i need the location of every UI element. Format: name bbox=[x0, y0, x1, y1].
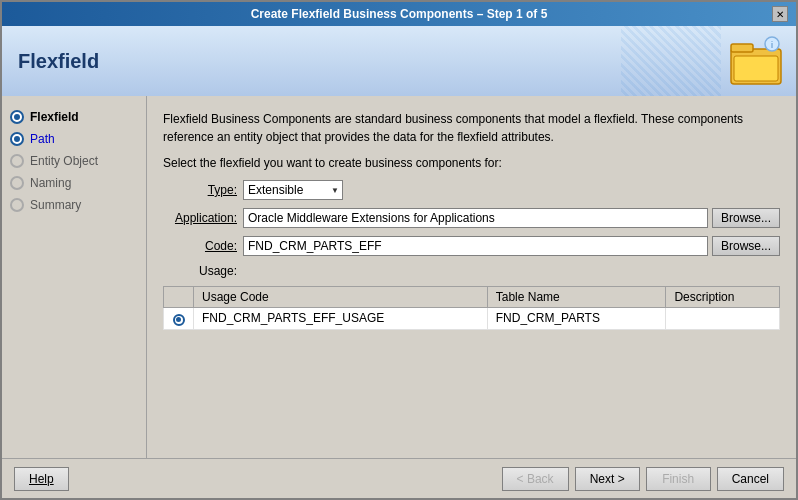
close-button[interactable]: ✕ bbox=[772, 6, 788, 22]
application-control-group: Browse... bbox=[243, 208, 780, 228]
table-cell-description bbox=[666, 308, 780, 330]
application-row: Application: Browse... bbox=[163, 208, 780, 228]
next-button[interactable]: Next > bbox=[575, 467, 640, 491]
svg-text:i: i bbox=[771, 40, 773, 50]
sidebar-item-entity-object: Entity Object bbox=[2, 150, 146, 172]
sidebar-item-summary: Summary bbox=[2, 194, 146, 216]
table-header-usage-code: Usage Code bbox=[194, 287, 488, 308]
footer: Help < Back Next > Finish Cancel bbox=[2, 458, 796, 498]
sidebar-item-naming: Naming bbox=[2, 172, 146, 194]
code-row: Code: Browse... bbox=[163, 236, 780, 256]
table-cell-table-name: FND_CRM_PARTS bbox=[487, 308, 666, 330]
sidebar-label-entity-object: Entity Object bbox=[30, 154, 98, 168]
sidebar-item-flexfield[interactable]: Flexfield bbox=[2, 106, 146, 128]
sidebar-label-naming: Naming bbox=[30, 176, 71, 190]
table-cell-usage-code: FND_CRM_PARTS_EFF_USAGE bbox=[194, 308, 488, 330]
sidebar-item-path[interactable]: Path bbox=[2, 128, 146, 150]
table-header-radio bbox=[164, 287, 194, 308]
code-input[interactable] bbox=[243, 236, 708, 256]
cancel-button[interactable]: Cancel bbox=[717, 467, 784, 491]
code-control-group: Browse... bbox=[243, 236, 780, 256]
sidebar-indicator-naming bbox=[10, 176, 24, 190]
back-button[interactable]: < Back bbox=[502, 467, 569, 491]
application-browse-button[interactable]: Browse... bbox=[712, 208, 780, 228]
sidebar: Flexfield Path Entity Object Naming Summ… bbox=[2, 96, 147, 458]
title-bar: Create Flexfield Business Components – S… bbox=[2, 2, 796, 26]
sidebar-indicator-entity-object bbox=[10, 154, 24, 168]
select-prompt: Select the flexfield you want to create … bbox=[163, 156, 780, 170]
table-header-description: Description bbox=[666, 287, 780, 308]
sidebar-indicator-path bbox=[10, 132, 24, 146]
content-area: Flexfield Business Components are standa… bbox=[147, 96, 796, 458]
svg-rect-2 bbox=[734, 56, 778, 81]
table-header-table-name: Table Name bbox=[487, 287, 666, 308]
footer-right: < Back Next > Finish Cancel bbox=[502, 467, 784, 491]
table-row[interactable]: FND_CRM_PARTS_EFF_USAGE FND_CRM_PARTS bbox=[164, 308, 780, 330]
header-decoration bbox=[621, 26, 721, 96]
table-cell-radio bbox=[164, 308, 194, 330]
application-input[interactable] bbox=[243, 208, 708, 228]
usage-row: Usage: bbox=[163, 264, 780, 278]
usage-table: Usage Code Table Name Description FND_CR… bbox=[163, 286, 780, 330]
main-content: Flexfield Path Entity Object Naming Summ… bbox=[2, 96, 796, 458]
sidebar-indicator-flexfield bbox=[10, 110, 24, 124]
main-window: Create Flexfield Business Components – S… bbox=[0, 0, 798, 500]
description-text: Flexfield Business Components are standa… bbox=[163, 110, 780, 146]
type-dropdown-container: Extensible Descriptive Key bbox=[243, 180, 343, 200]
code-label: Code: bbox=[163, 239, 243, 253]
sidebar-indicator-summary bbox=[10, 198, 24, 212]
page-title: Flexfield bbox=[18, 50, 99, 73]
footer-left: Help bbox=[14, 467, 69, 491]
close-icon: ✕ bbox=[776, 9, 784, 20]
code-browse-button[interactable]: Browse... bbox=[712, 236, 780, 256]
sidebar-label-summary: Summary bbox=[30, 198, 81, 212]
header-icon: i bbox=[726, 34, 786, 89]
svg-rect-1 bbox=[731, 44, 753, 52]
type-label: Type: bbox=[163, 183, 243, 197]
application-label: Application: bbox=[163, 211, 243, 225]
finish-button[interactable]: Finish bbox=[646, 467, 711, 491]
usage-label: Usage: bbox=[163, 264, 243, 278]
type-select[interactable]: Extensible Descriptive Key bbox=[243, 180, 343, 200]
help-button[interactable]: Help bbox=[14, 467, 69, 491]
sidebar-label-flexfield: Flexfield bbox=[30, 110, 79, 124]
sidebar-label-path: Path bbox=[30, 132, 55, 146]
window-title: Create Flexfield Business Components – S… bbox=[26, 7, 772, 21]
type-row: Type: Extensible Descriptive Key bbox=[163, 180, 780, 200]
table-header-row: Usage Code Table Name Description bbox=[164, 287, 780, 308]
radio-selected-icon bbox=[173, 314, 185, 326]
header-band: Flexfield i bbox=[2, 26, 796, 96]
